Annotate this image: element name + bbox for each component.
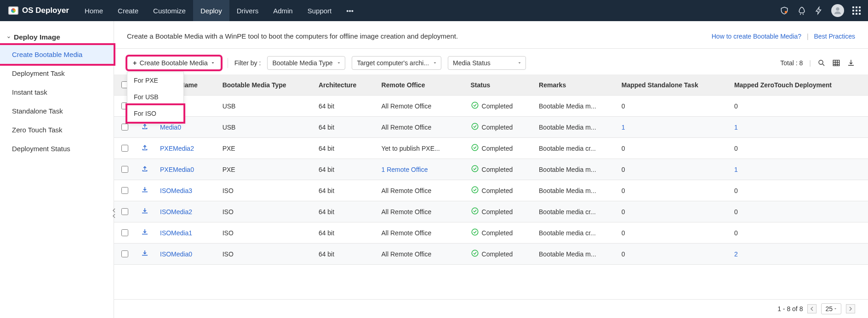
dropdown-item-pxe[interactable]: For PXE <box>127 72 183 89</box>
filter-media-type-label: Bootable Media Type <box>272 59 332 67</box>
link-howto[interactable]: How to create Bootable Media? <box>712 33 801 40</box>
cell-arch: 64 bit <box>313 201 376 222</box>
cell-arch: 64 bit <box>313 244 376 265</box>
cell-zerotouch[interactable]: 2 <box>729 244 868 265</box>
nav-tab-create[interactable]: Create <box>110 0 146 21</box>
brand-logo-icon <box>8 6 18 15</box>
cell-zerotouch: 0 <box>729 138 868 159</box>
link-best-practices[interactable]: Best Practices <box>814 33 855 40</box>
pagination-range: 1 - 8 of 8 <box>777 305 803 312</box>
plus-icon: + <box>133 59 137 67</box>
row-checkbox[interactable] <box>121 250 128 257</box>
search-icon[interactable] <box>817 59 826 67</box>
check-circle-icon <box>471 207 479 216</box>
row-checkbox[interactable] <box>121 166 128 173</box>
bolt-icon[interactable] <box>815 6 823 15</box>
cell-zerotouch[interactable]: 1 <box>729 159 868 180</box>
download-icon[interactable] <box>141 186 149 194</box>
chevron-down-icon <box>6 35 11 40</box>
nav-tabs: HomeCreateCustomizeDeployDriversAdminSup… <box>77 0 339 21</box>
upload-icon[interactable] <box>141 143 149 152</box>
row-checkbox[interactable] <box>121 208 128 215</box>
nav-tab-support[interactable]: Support <box>300 0 339 21</box>
cell-arch: 64 bit <box>313 159 376 180</box>
sidebar-item-zero-touch-task[interactable]: Zero Touch Task <box>0 120 114 139</box>
shield-icon[interactable] <box>780 6 789 15</box>
col-header[interactable]: Bootable Media Type <box>217 74 313 96</box>
svg-rect-3 <box>833 60 839 66</box>
download-icon[interactable] <box>141 207 149 215</box>
dropdown-item-usb[interactable]: For USB <box>127 89 183 105</box>
nav-tab-drivers[interactable]: Drivers <box>229 0 266 21</box>
media-name[interactable]: PXEMedia2 <box>154 138 217 159</box>
media-name[interactable]: PXEMedia0 <box>154 159 217 180</box>
apps-grid-icon[interactable] <box>852 6 861 15</box>
rocket-icon[interactable] <box>797 6 806 15</box>
sidebar-item-standalone-task[interactable]: Standalone Task <box>0 102 114 120</box>
nav-tab-home[interactable]: Home <box>77 0 110 21</box>
row-checkbox[interactable] <box>121 124 128 131</box>
media-name[interactable]: ISOMedia0 <box>154 244 217 265</box>
cell-remarks: Bootable Media m... <box>533 180 616 201</box>
filter-arch-label: Target computer's archi... <box>357 59 429 67</box>
cell-remote-office[interactable]: 1 Remote Office <box>376 159 465 180</box>
media-name[interactable]: ISOMedia2 <box>154 201 217 222</box>
media-name[interactable]: ISOMedia1 <box>154 222 217 244</box>
cell-zerotouch[interactable]: 1 <box>729 117 868 138</box>
filter-media-type[interactable]: Bootable Media Type <box>267 56 345 70</box>
create-bootable-media-button[interactable]: + Create Bootable Media <box>127 56 221 70</box>
col-header[interactable]: Mapped ZeroTouch Deployment <box>729 74 868 96</box>
nav-more[interactable]: ••• <box>339 0 361 21</box>
sidebar-item-create-bootable-media[interactable]: Create Bootable Media <box>0 45 114 64</box>
sidebar-collapse-handle[interactable] <box>112 205 116 221</box>
cell-zerotouch: 0 <box>729 96 868 117</box>
table-row: Media2USB64 bitAll Remote OfficeComplete… <box>114 96 868 117</box>
table-view-icon[interactable] <box>832 59 840 67</box>
cell-standalone: 0 <box>616 138 729 159</box>
avatar[interactable] <box>831 4 844 17</box>
next-page-button[interactable] <box>846 304 855 313</box>
download-icon[interactable] <box>141 249 149 257</box>
sidebar-item-deployment-task[interactable]: Deployment Task <box>0 64 114 83</box>
svg-point-8 <box>472 187 478 193</box>
nav-tab-customize[interactable]: Customize <box>146 0 193 21</box>
col-header[interactable]: Mapped Standalone Task <box>616 74 729 96</box>
export-icon[interactable] <box>847 59 855 67</box>
cell-arch: 64 bit <box>313 180 376 201</box>
cell-type: PXE <box>217 159 313 180</box>
pagination: 1 - 8 of 8 25 <box>114 299 868 318</box>
create-dropdown: For PXE For USB For ISO <box>127 72 184 122</box>
check-circle-icon <box>471 165 479 174</box>
cell-remote-office: All Remote Office <box>376 180 465 201</box>
cell-type: ISO <box>217 244 313 265</box>
sidebar-header[interactable]: Deploy Image <box>0 29 114 45</box>
page-size-select[interactable]: 25 <box>821 303 841 314</box>
cell-zerotouch: 0 <box>729 201 868 222</box>
col-header[interactable]: Remarks <box>533 74 616 96</box>
cell-status: Completed <box>465 180 534 201</box>
row-checkbox[interactable] <box>121 145 128 152</box>
nav-tab-admin[interactable]: Admin <box>266 0 300 21</box>
row-checkbox[interactable] <box>121 229 128 236</box>
upload-icon[interactable] <box>141 122 149 131</box>
cell-standalone[interactable]: 1 <box>616 117 729 138</box>
nav-tab-deploy[interactable]: Deploy <box>193 0 229 21</box>
media-name[interactable]: ISOMedia3 <box>154 180 217 201</box>
download-icon[interactable] <box>141 228 149 236</box>
sidebar-item-instant-task[interactable]: Instant task <box>0 83 114 102</box>
sidebar-item-deployment-status[interactable]: Deployment Status <box>0 139 114 158</box>
check-circle-icon <box>471 228 479 238</box>
dropdown-item-iso[interactable]: For ISO <box>127 105 183 122</box>
col-header[interactable]: Architecture <box>313 74 376 96</box>
prev-page-button[interactable] <box>807 304 817 313</box>
upload-icon[interactable] <box>141 165 149 173</box>
filter-arch[interactable]: Target computer's archi... <box>352 56 441 70</box>
col-header[interactable]: Remote Office <box>376 74 465 96</box>
check-circle-icon <box>471 186 479 195</box>
col-header[interactable]: Status <box>465 74 534 96</box>
svg-point-9 <box>472 208 478 214</box>
row-checkbox[interactable] <box>121 187 128 194</box>
brand: OS Deployer <box>0 0 77 21</box>
page-help-links: How to create Bootable Media? | Best Pra… <box>712 33 855 40</box>
filter-media-status[interactable]: Media Status <box>448 56 526 70</box>
